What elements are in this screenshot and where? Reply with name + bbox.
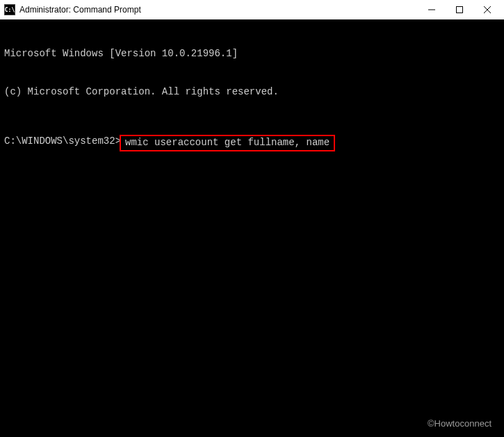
close-icon (484, 6, 491, 13)
version-line: Microsoft Windows [Version 10.0.21996.1] (4, 47, 500, 60)
minimize-icon (428, 6, 435, 13)
command-prompt-window: C:\ Administrator: Command Prompt M (0, 0, 504, 437)
copyright-line: (c) Microsoft Corporation. All rights re… (4, 85, 500, 98)
titlebar: C:\ Administrator: Command Prompt (0, 0, 504, 19)
maximize-icon (456, 6, 463, 13)
minimize-button[interactable] (418, 0, 446, 19)
prompt-line: C:\WINDOWS\system32>wmic useraccount get… (4, 135, 500, 151)
maximize-button[interactable] (446, 0, 473, 19)
window-controls (418, 0, 501, 19)
command-input-highlight: wmic useraccount get fullname, name (120, 135, 335, 151)
watermark: ©Howtoconnect (428, 418, 491, 430)
close-button[interactable] (473, 0, 501, 19)
prompt-path: C:\WINDOWS\system32> (4, 135, 121, 147)
terminal-output[interactable]: Microsoft Windows [Version 10.0.21996.1]… (0, 19, 504, 437)
cmd-icon: C:\ (4, 4, 15, 15)
svg-rect-1 (457, 7, 463, 13)
window-title: Administrator: Command Prompt (19, 5, 418, 15)
